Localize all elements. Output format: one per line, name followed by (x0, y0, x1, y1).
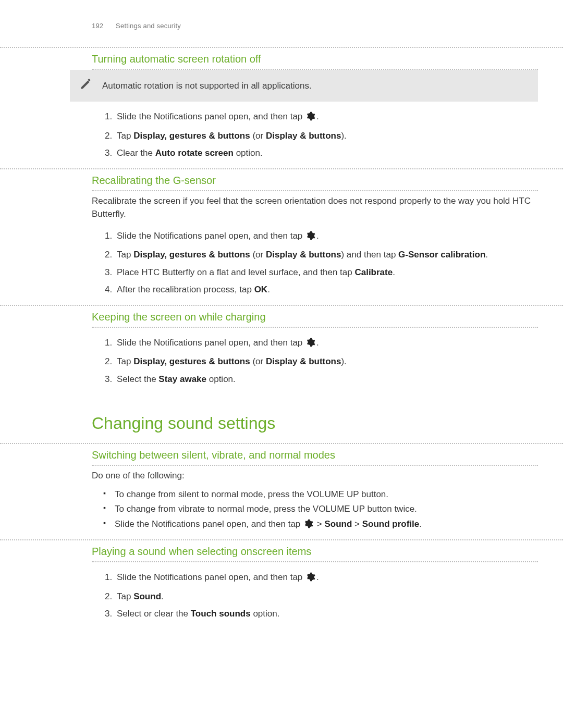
gear-icon (306, 338, 315, 351)
heading-sound: Changing sound settings (92, 411, 538, 436)
soundmodes-intro: Do one of the following: (92, 469, 538, 483)
subheading-touchsounds: Playing a sound when selecting onscreen … (92, 540, 538, 562)
list-item: Clear the Auto rotate screen option. (115, 146, 538, 160)
list-item: Select or clear the Touch sounds option. (115, 607, 538, 621)
list-item: To change from silent to normal mode, pr… (109, 488, 538, 501)
rotation-steps: Slide the Notifications panel open, and … (0, 110, 563, 160)
list-item: After the recalibration process, tap OK. (115, 283, 538, 297)
section-gsensor: Recalibrating the G-sensor Recalibrate t… (0, 168, 563, 297)
list-item: Tap Display, gestures & buttons (or Disp… (115, 129, 538, 143)
section-rotation: Turning automatic screen rotation off (0, 47, 563, 70)
list-item: Place HTC Butterfly on a flat and level … (115, 266, 538, 279)
page: 192 Settings and security Turning automa… (0, 0, 563, 681)
gear-icon (306, 231, 315, 244)
list-item: Tap Sound. (115, 590, 538, 603)
gsensor-intro: Recalibrate the screen if you feel that … (92, 194, 538, 221)
list-item: Slide the Notifications panel open, and … (115, 571, 538, 586)
subheading-soundmodes: Switching between silent, vibrate, and n… (92, 444, 538, 466)
page-number: 192 (92, 22, 103, 30)
section-touchsounds: Playing a sound when selecting onscreen … (0, 539, 563, 621)
section-keepscreen: Keeping the screen on while charging Sli… (0, 305, 563, 436)
list-item: Slide the Notifications panel open, and … (115, 229, 538, 244)
list-item: Tap Display, gestures & buttons (or Disp… (115, 248, 538, 262)
list-item: Slide the Notifications panel open, and … (109, 517, 538, 533)
list-item: Slide the Notifications panel open, and … (115, 336, 538, 351)
note-text: Automatic rotation is not supported in a… (102, 79, 533, 93)
list-item: Select the Stay awake option. (115, 373, 538, 386)
page-header: 192 Settings and security (0, 21, 563, 31)
list-item: Slide the Notifications panel open, and … (115, 110, 538, 125)
list-item: Tap Display, gestures & buttons (or Disp… (115, 355, 538, 368)
gear-icon (304, 519, 313, 533)
section-soundmodes: Switching between silent, vibrate, and n… (0, 443, 563, 532)
header-section: Settings and security (116, 22, 181, 30)
gear-icon (306, 112, 315, 125)
note-box: Automatic rotation is not supported in a… (70, 70, 538, 102)
subheading-rotation: Turning automatic screen rotation off (92, 48, 538, 70)
subheading-keepscreen: Keeping the screen on while charging (92, 306, 538, 328)
pen-icon (79, 77, 93, 95)
subheading-gsensor: Recalibrating the G-sensor (92, 169, 538, 191)
gear-icon (306, 572, 315, 586)
list-item: To change from vibrate to normal mode, p… (109, 502, 538, 516)
